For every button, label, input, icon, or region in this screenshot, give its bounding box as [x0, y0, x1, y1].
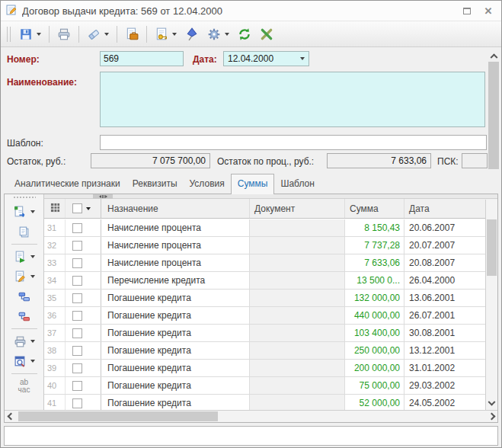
flag-button[interactable] [182, 24, 202, 44]
cell-amount[interactable]: 8 150,43 [345, 219, 404, 236]
splitter-handle-icon[interactable] [93, 194, 113, 199]
cell-amount[interactable]: 440 000,00 [345, 307, 404, 324]
cell-date[interactable]: 30.08.2001 [404, 325, 497, 341]
row-checkbox[interactable] [72, 328, 82, 338]
cell-date[interactable]: 20.06.2007 [404, 219, 497, 236]
grid-vscrollbar-thumb[interactable] [487, 219, 497, 276]
row-checkbox[interactable] [72, 258, 82, 268]
cell-document[interactable] [250, 254, 345, 271]
cell-purpose[interactable]: Погашение кредита [101, 290, 250, 306]
settings-tools-button[interactable] [257, 24, 277, 44]
select-all-header[interactable] [66, 199, 101, 218]
row-checkbox[interactable] [72, 381, 82, 391]
cell-document[interactable] [250, 325, 345, 341]
clear-dropdown-arrow[interactable] [104, 33, 109, 36]
save-dropdown-arrow[interactable] [37, 33, 41, 36]
document-key-button[interactable] [152, 24, 180, 44]
refresh-button[interactable] [235, 24, 254, 44]
row-checkbox-cell[interactable] [66, 307, 101, 324]
cell-amount[interactable]: 250 000,00 [345, 342, 404, 359]
copy-button[interactable] [16, 222, 32, 242]
table-row[interactable]: 35 Погашение кредита 132 000,00 13.06.20… [44, 290, 497, 307]
cell-date[interactable]: 26.07.2001 [404, 307, 497, 324]
create-row-button[interactable] [12, 247, 37, 267]
maximize-button[interactable] [459, 3, 475, 18]
service-gear-button[interactable] [204, 24, 232, 44]
service-dropdown-arrow[interactable] [225, 33, 229, 36]
cell-document[interactable] [250, 237, 345, 254]
cell-purpose[interactable]: Погашение кредита [101, 307, 250, 324]
column-header-date[interactable]: Дата [404, 199, 497, 218]
add-detail-button[interactable] [16, 286, 32, 306]
amount-in-words-button[interactable]: ab час [18, 379, 30, 394]
table-row[interactable]: 33 Начисление процента 7 633,06 20.08.20… [44, 254, 497, 272]
cell-purpose[interactable]: Начисление процента [101, 254, 250, 271]
cell-amount[interactable]: 75 000,00 [345, 377, 404, 394]
row-checkbox[interactable] [72, 363, 82, 373]
cell-purpose[interactable]: Начисление процента [101, 219, 250, 236]
clear-button[interactable] [84, 24, 112, 44]
cell-purpose[interactable]: Погашение кредита [101, 360, 250, 376]
select-dropdown-arrow[interactable] [86, 207, 91, 210]
row-checkbox-cell[interactable] [66, 342, 101, 359]
row-checkbox-cell[interactable] [66, 272, 101, 289]
cell-document[interactable] [250, 342, 345, 359]
row-checkbox-cell[interactable] [66, 395, 101, 411]
row-checkbox-cell[interactable] [66, 290, 101, 306]
cell-purpose[interactable]: Погашение кредита [101, 377, 250, 394]
table-row[interactable]: 39 Погашение кредита 200 000,00 31.01.20… [44, 360, 497, 377]
row-checkbox[interactable] [72, 398, 82, 408]
tab-analytic-signs[interactable]: Аналитические признаки [8, 174, 126, 194]
cell-date[interactable]: 13.06.2001 [404, 290, 497, 306]
tab-requisites[interactable]: Реквизиты [126, 174, 184, 194]
cell-amount[interactable]: 103 400,00 [345, 325, 404, 341]
import-document-button[interactable] [122, 24, 142, 44]
print-table-button[interactable] [12, 331, 37, 351]
number-input[interactable] [100, 51, 184, 66]
table-row[interactable]: 36 Погашение кредита 440 000,00 26.07.20… [44, 307, 497, 325]
table-row[interactable]: 37 Погашение кредита 103 400,00 30.08.20… [44, 325, 497, 342]
row-checkbox[interactable] [72, 293, 82, 303]
template-input[interactable] [100, 135, 487, 150]
table-row[interactable]: 38 Погашение кредита 250 000,00 13.12.20… [44, 342, 497, 360]
tab-template[interactable]: Шаблон [274, 174, 320, 194]
row-checkbox[interactable] [72, 241, 82, 251]
row-checkbox-cell[interactable] [66, 325, 101, 341]
preview-button[interactable] [12, 351, 37, 371]
cell-amount[interactable]: 7 737,28 [345, 237, 404, 254]
column-header-document[interactable]: Документ [250, 199, 345, 218]
grid-horizontal-scrollbar[interactable] [5, 410, 497, 422]
cell-purpose[interactable]: Погашение кредита [101, 395, 250, 411]
column-header-amount[interactable]: Сумма [345, 199, 404, 218]
row-checkbox[interactable] [72, 346, 82, 356]
cell-purpose[interactable]: Перечисление кредита [101, 272, 250, 289]
column-header-purpose[interactable]: Назначение [101, 199, 250, 218]
cell-date[interactable]: 26.04.2000 [404, 272, 497, 289]
print-button[interactable] [54, 24, 74, 44]
edit-dropdown-arrow[interactable] [30, 275, 35, 278]
preview-dropdown-arrow[interactable] [30, 360, 35, 363]
row-checkbox-cell[interactable] [66, 237, 101, 254]
scroll-left-button[interactable] [5, 411, 17, 422]
date-combobox[interactable]: 12.04.2000 [223, 51, 309, 66]
cell-document[interactable] [250, 219, 345, 236]
row-checkbox-cell[interactable] [66, 377, 101, 394]
table-row[interactable]: 34 Перечисление кредита 13 500 0... 26.0… [44, 272, 497, 290]
cell-document[interactable] [250, 272, 345, 289]
name-textarea[interactable] [100, 72, 485, 127]
side-toolbar-grip[interactable] [13, 196, 36, 199]
cell-amount[interactable]: 132 000,00 [345, 290, 404, 306]
export-button[interactable] [12, 202, 37, 222]
cell-date[interactable]: 31.01.2002 [404, 360, 497, 376]
cell-amount[interactable]: 200 000,00 [345, 360, 404, 376]
export-dropdown-arrow[interactable] [30, 210, 35, 213]
cell-date[interactable]: 20.08.2007 [404, 254, 497, 271]
hscrollbar-thumb[interactable] [18, 411, 218, 421]
cell-document[interactable] [250, 360, 345, 376]
document-key-dropdown-arrow[interactable] [172, 33, 177, 36]
cell-purpose[interactable]: Погашение кредита [101, 325, 250, 341]
row-checkbox-cell[interactable] [66, 254, 101, 271]
cell-purpose[interactable]: Погашение кредита [101, 342, 250, 359]
row-checkbox-cell[interactable] [66, 360, 101, 376]
tab-amounts[interactable]: Суммы [231, 174, 275, 194]
